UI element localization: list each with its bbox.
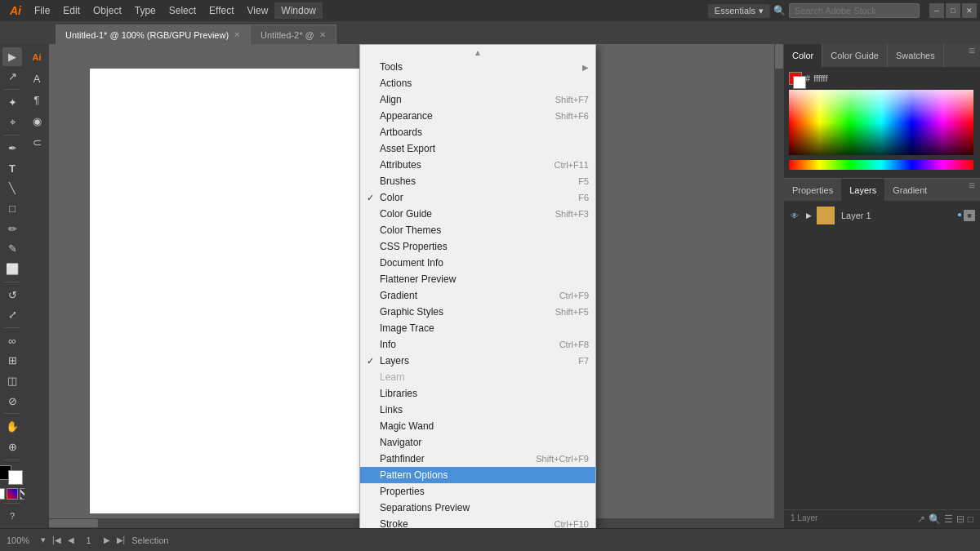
menu-navigator[interactable]: Navigator xyxy=(360,434,595,451)
layers-panel-menu[interactable]: ≡ xyxy=(964,179,980,201)
new-layer-btn[interactable]: □ xyxy=(968,513,973,525)
menu-window[interactable]: Window xyxy=(274,2,323,19)
magic-wand-btn[interactable]: ✦ xyxy=(2,93,22,112)
close-button[interactable]: ✕ xyxy=(962,3,977,18)
page-number-input[interactable] xyxy=(81,535,97,545)
pencil-btn[interactable]: ✎ xyxy=(2,240,22,259)
new-layer-icon[interactable]: 🔍 xyxy=(929,513,941,525)
menu-view[interactable]: View xyxy=(241,2,275,19)
layer-visibility-btn[interactable]: ● xyxy=(957,210,962,221)
color-guide-tab[interactable]: Color Guide xyxy=(822,44,888,67)
menu-select[interactable]: Select xyxy=(163,2,203,19)
direct-selection-btn[interactable]: ↗ xyxy=(2,68,22,87)
menu-magic-wand[interactable]: Magic Wand xyxy=(360,418,595,434)
menu-tools[interactable]: Tools ▶ xyxy=(360,59,595,75)
menu-asset-export[interactable]: Asset Export xyxy=(360,140,595,157)
properties-tab[interactable]: Properties xyxy=(784,179,841,201)
lasso-btn[interactable]: ⌖ xyxy=(2,113,22,132)
menu-pathfinder[interactable]: Pathfinder Shift+Ctrl+F9 xyxy=(360,451,595,467)
pen-btn[interactable]: ✒ xyxy=(2,139,22,158)
color-spectrum[interactable] xyxy=(789,90,973,155)
layers-tab[interactable]: Layers xyxy=(841,179,884,201)
menu-attributes[interactable]: Attributes Ctrl+F11 xyxy=(360,157,595,173)
scale-btn[interactable]: ⤢ xyxy=(2,305,22,324)
menu-artboards[interactable]: Artboards xyxy=(360,124,595,140)
essentials-button[interactable]: Essentials ▾ xyxy=(708,4,770,18)
type-btn[interactable]: T xyxy=(2,159,22,178)
menu-links[interactable]: Links xyxy=(360,402,595,418)
blend-btn[interactable]: ∞ xyxy=(2,331,22,350)
selection-tool-btn[interactable]: ▶ xyxy=(2,47,22,66)
menu-stroke[interactable]: Stroke Ctrl+F10 xyxy=(360,516,595,528)
layer-options-icon[interactable]: ⊟ xyxy=(956,513,964,525)
h-scrollbar-thumb[interactable] xyxy=(49,519,98,527)
menu-effect[interactable]: Effect xyxy=(203,2,240,19)
swatches-tab[interactable]: Swatches xyxy=(888,44,944,67)
gradient-btn[interactable]: ◫ xyxy=(2,371,22,390)
menu-color-themes[interactable]: Color Themes xyxy=(360,222,595,238)
color-hex-input[interactable] xyxy=(813,73,862,83)
menu-graphic-styles[interactable]: Graphic Styles Shift+F5 xyxy=(360,304,595,320)
search-input[interactable] xyxy=(789,3,920,18)
menu-properties[interactable]: Properties xyxy=(360,483,595,500)
vertical-scrollbar[interactable] xyxy=(774,44,784,528)
menu-css-properties[interactable]: CSS Properties xyxy=(360,238,595,255)
eraser-btn[interactable]: ⬜ xyxy=(2,260,22,278)
fill-mode-btn[interactable] xyxy=(0,488,5,500)
delete-layer-icon[interactable]: ☰ xyxy=(944,513,953,525)
menu-info[interactable]: Info Ctrl+F8 xyxy=(360,336,595,353)
menu-pattern-options[interactable]: Pattern Options xyxy=(360,467,595,483)
menu-color-guide[interactable]: Color Guide Shift+F3 xyxy=(360,206,595,222)
tab-untitled2[interactable]: Untitled-2* @ ✕ xyxy=(251,24,336,44)
nav-prev[interactable]: ◀ xyxy=(68,535,74,544)
menu-actions[interactable]: Actions xyxy=(360,75,595,91)
nav-next-end[interactable]: ▶| xyxy=(117,535,126,544)
panel-menu-icon[interactable]: ≡ xyxy=(964,44,980,67)
second-tool-1[interactable]: A xyxy=(27,69,47,88)
menu-brushes[interactable]: Brushes F5 xyxy=(360,173,595,189)
nav-next[interactable]: ▶ xyxy=(104,535,110,544)
gradient-tab[interactable]: Gradient xyxy=(884,179,935,201)
canvas-area[interactable]: ▲ Tools ▶ Actions Align Shift+F7 Appeara… xyxy=(49,44,784,528)
minimize-button[interactable]: ─ xyxy=(929,3,944,18)
menu-object[interactable]: Object xyxy=(87,2,128,19)
menu-file[interactable]: File xyxy=(28,2,56,19)
tab-close-icon[interactable]: ✕ xyxy=(234,30,240,39)
zoom-dropdown-arrow[interactable]: ▾ xyxy=(41,535,46,545)
mesh-btn[interactable]: ⊞ xyxy=(2,352,22,371)
menu-image-trace[interactable]: Image Trace xyxy=(360,320,595,336)
menu-color[interactable]: ✓ Color F6 xyxy=(360,189,595,206)
color-tab[interactable]: Color xyxy=(784,44,822,67)
second-tool-4[interactable]: ⊂ xyxy=(27,132,47,152)
menu-type[interactable]: Type xyxy=(128,2,163,19)
paintbrush-btn[interactable]: ✏ xyxy=(2,220,22,238)
hue-slider[interactable] xyxy=(789,160,973,170)
menu-edit[interactable]: Edit xyxy=(56,2,87,19)
zoom-control[interactable]: ▾ xyxy=(7,535,46,545)
stroke-color-swatch[interactable] xyxy=(8,470,23,485)
menu-libraries[interactable]: Libraries xyxy=(360,385,595,402)
rect-btn[interactable]: □ xyxy=(2,199,22,218)
scrollbar-thumb[interactable] xyxy=(775,44,783,69)
zoom-btn[interactable]: ⊕ xyxy=(2,438,22,456)
gradient-mode-btn[interactable] xyxy=(7,488,18,500)
hand-btn[interactable]: ✋ xyxy=(2,417,22,436)
color-bg-swatch[interactable] xyxy=(793,76,806,89)
layer-visibility-icon[interactable]: 👁 xyxy=(789,210,800,221)
menu-gradient[interactable]: Gradient Ctrl+F9 xyxy=(360,287,595,304)
menu-flattener-preview[interactable]: Flattener Preview xyxy=(360,271,595,287)
help-btn[interactable]: ? xyxy=(2,506,22,525)
line-btn[interactable]: ╲ xyxy=(2,180,22,198)
color-fg-swatch[interactable] xyxy=(789,72,802,85)
new-layer-from-icon[interactable]: ↗ xyxy=(917,513,925,525)
layer-expand-arrow[interactable]: ▶ xyxy=(804,211,813,220)
menu-align[interactable]: Align Shift+F7 xyxy=(360,91,595,108)
menu-separations-preview[interactable]: Separations Preview xyxy=(360,500,595,516)
zoom-input[interactable] xyxy=(7,535,39,545)
nav-prev-start[interactable]: |◀ xyxy=(52,535,61,544)
menu-document-info[interactable]: Document Info xyxy=(360,255,595,271)
menu-appearance[interactable]: Appearance Shift+F6 xyxy=(360,108,595,124)
ai-text-btn[interactable]: Ai xyxy=(27,47,47,67)
eyedropper-btn[interactable]: ⊘ xyxy=(2,392,22,411)
menu-layers[interactable]: ✓ Layers F7 xyxy=(360,353,595,369)
